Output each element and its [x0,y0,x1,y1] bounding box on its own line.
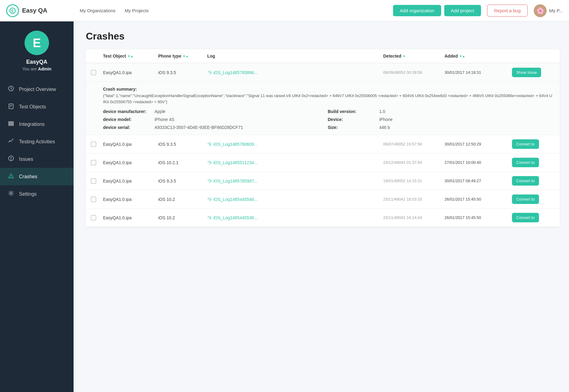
row-checkbox[interactable] [91,160,103,165]
report-bug-button[interactable]: Report a bug [487,5,528,17]
device-model-value: iPhone 4S [155,117,174,122]
row-test-object: EasyQA1.0.ipa [103,197,158,202]
sidebar-item-issues[interactable]: Issues [0,150,74,168]
col-log-header: Log [207,54,383,58]
page-title: Crashes [86,31,560,42]
convert-to-button[interactable]: Convert to [512,213,539,222]
convert-to-button[interactable]: Convert to [512,194,539,204]
sidebar-item-label: Testing Activities [19,139,55,145]
my-profile-label[interactable]: My P... [549,8,563,13]
device-model-label: device model: [103,117,152,122]
sidebar-item-testing-activities[interactable]: Testing Activities [0,133,74,150]
crashes-icon [7,173,15,180]
add-project-button[interactable]: Add project [444,5,481,16]
device-model-item: device model: iPhone 4S [103,117,328,122]
row-added: 30/01/2017 08:49:27 [445,179,512,183]
avatar[interactable]: 🌸 [534,4,547,17]
row-log[interactable]: iOS_Log1485780609... [207,142,383,147]
main-content: Crashes Test Object ▼▲ Phone type ▼▲ [74,21,569,392]
row-action[interactable]: Convert to [512,139,555,149]
test-objects-icon [7,103,15,111]
my-organizations-link[interactable]: My Organizations [80,8,116,13]
sidebar-item-settings[interactable]: Settings [0,185,74,203]
row-checkbox[interactable] [91,141,103,147]
build-version-item: Build version: 1.0 [328,109,552,114]
row-action[interactable]: Convert to [512,158,555,167]
device-label: Device: [328,117,377,122]
sidebar-item-integrations[interactable]: Integrations [0,115,74,133]
row-action[interactable]: Convert to [512,176,555,186]
row-log[interactable]: iOS_Log1485445536... [207,215,383,220]
top-nav: E Easy QA My Organizations My Projects A… [0,0,569,21]
row-log[interactable]: iOS_Log1485765987... [207,179,383,183]
row-added: 30/01/2017 14:18:31 [445,70,512,75]
table-row-wrapper-6: EasyQA1.0.ipa iOS 10.2 iOS_Log1485445536… [86,209,560,227]
settings-icon [7,190,15,198]
table-row: EasyQA1.0.ipa iOS 10.2.1 iOS_Log14855112… [86,153,560,172]
row-phone-type: iOS 9.3.5 [158,142,207,147]
row-added: 27/01/2017 10:00:40 [445,160,512,165]
row-detected: 06/07/49052 19:57:58 [383,142,445,146]
main-layout: E EasyQA You are Admin Project Overview … [0,21,569,392]
col-added-header[interactable]: Added ▼▲ [445,54,512,58]
row-detected: 19/01/49052 14:15:21 [383,179,445,183]
device-item: Device: iPhone [328,117,552,122]
device-serial-value: A9333C13-3507-4D4E-93EE-BF86D28DCF71 [155,125,243,130]
svg-point-14 [10,192,12,194]
table-row-wrapper-2: EasyQA1.0.ipa iOS 9.3.5 iOS_Log148578060… [86,135,560,153]
svg-rect-8 [9,125,13,126]
row-checkbox[interactable] [91,178,103,184]
col-detected-header[interactable]: Detected ▼ [383,54,445,58]
row-log[interactable]: iOS_Log1485511234... [207,160,383,165]
device-serial-label: device serial: [103,125,152,130]
convert-to-button[interactable]: Convert to [512,158,539,167]
table-row-wrapper-1: EasyQA1.0.ipa iOS 9.3.5 iOS_Log148578589… [86,63,560,135]
device-value: iPhone [379,117,393,122]
table-row-wrapper-4: EasyQA1.0.ipa iOS 9.3.5 iOS_Log148576598… [86,172,560,190]
row-phone-type: iOS 9.3.5 [158,179,207,183]
row-checkbox[interactable] [91,197,103,202]
row-log[interactable]: iOS_Log1485785896... [207,70,383,75]
sidebar-item-test-objects[interactable]: Test Objects [0,98,74,115]
table-row: EasyQA1.0.ipa iOS 9.3.5 iOS_Log148578589… [86,63,560,81]
integrations-icon [7,120,15,128]
row-checkbox[interactable] [91,215,103,221]
row-action[interactable]: Convert to [512,194,555,204]
row-phone-type: iOS 10.2.1 [158,160,207,165]
svg-point-13 [11,177,11,178]
row-checkbox[interactable] [91,70,103,75]
row-phone-type: iOS 9.3.5 [158,70,207,75]
size-item: Size: 446 b [328,125,552,130]
svg-point-10 [11,157,12,158]
crash-details: Crash summary: {"fatal":1,"name":"Uncaug… [86,81,560,135]
row-log[interactable]: iOS_Log1485445546... [207,197,383,202]
col-phone-type-header[interactable]: Phone type ▼▲ [158,54,207,58]
row-test-object: EasyQA1.0.ipa [103,215,158,220]
convert-to-button[interactable]: Convert to [512,176,539,186]
my-projects-link[interactable]: My Projects [125,8,149,13]
row-action[interactable]: Show Issue [512,68,555,77]
sidebar-user-name: EasyQA [26,59,47,65]
svg-rect-3 [9,104,13,109]
table-row: EasyQA1.0.ipa iOS 10.2 iOS_Log1485445536… [86,209,560,227]
row-test-object: EasyQA1.0.ipa [103,179,158,183]
row-added: 30/01/2017 12:50:29 [445,142,512,146]
add-organization-button[interactable]: Add organization [393,5,441,16]
project-overview-icon [7,85,15,93]
col-test-object-header[interactable]: Test Object ▼▲ [103,54,158,58]
svg-rect-7 [9,123,13,124]
sidebar-item-project-overview[interactable]: Project Overview [0,81,74,98]
size-label: Size: [328,125,377,130]
sidebar-item-label: Project Overview [19,87,56,92]
sidebar-item-crashes[interactable]: Crashes [0,168,74,185]
row-action[interactable]: Convert to [512,213,555,222]
table-row: EasyQA1.0.ipa iOS 9.3.5 iOS_Log148578060… [86,135,560,153]
convert-to-button[interactable]: Convert to [512,139,539,149]
show-issue-button[interactable]: Show Issue [512,68,541,77]
sidebar-nav: Project Overview Test Objects Integratio… [0,81,74,203]
sidebar-item-label: Test Objects [19,104,46,110]
col-checkbox-header [91,54,103,58]
row-phone-type: iOS 10.2 [158,197,207,202]
table-row-wrapper-5: EasyQA1.0.ipa iOS 10.2 iOS_Log1485445546… [86,190,560,209]
row-added: 26/01/2017 15:45:50 [445,215,512,220]
